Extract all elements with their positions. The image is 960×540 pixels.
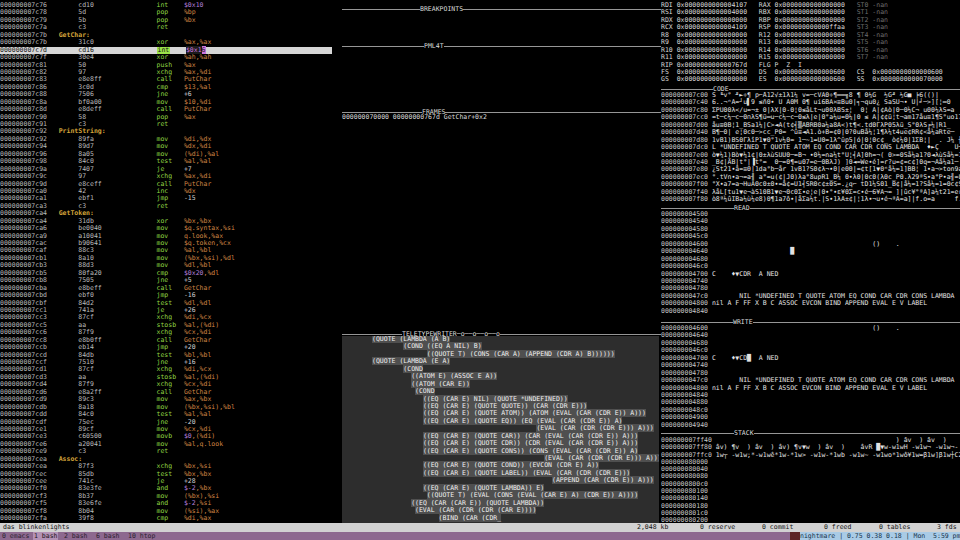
frames-pane[interactable]: 000000070000 00000000767d GetChar+0x2 (342, 114, 661, 121)
memory-address: 000000004940 (661, 421, 712, 429)
breakpoints-title: BREAKPOINTS (420, 6, 463, 14)
divider (661, 433, 960, 434)
disasm-bytes: 5d (78, 9, 156, 16)
tmux-window-10-htop[interactable]: 10 htop (128, 532, 155, 540)
memory-address: 000000007f80 (661, 195, 712, 203)
disasm-bytes: e8deff (78, 106, 156, 113)
status-stat: 0 reserve (700, 523, 735, 532)
memory-address: 000000004840 (661, 307, 712, 315)
tty-text: (COND (415, 387, 435, 395)
divider (661, 322, 960, 323)
disasm-mnemonic: cmp (157, 515, 184, 522)
tmux-window-1-bash[interactable]: 1 bash (33, 532, 58, 540)
disasm-bytes: e8ceff (78, 181, 156, 188)
tmux-window-2-bash[interactable]: 2 bash (64, 532, 87, 540)
status-stat: 0 commit (762, 523, 793, 532)
disasm-operand: %ax (184, 113, 196, 121)
tty-text: ((ATOM E) (ASSOC E A)) (411, 372, 497, 380)
write-row: 000000004940 (661, 422, 960, 429)
divider (342, 9, 661, 10)
disasm-row: 000000007cbf84d2test%dl,%dl (0, 300, 332, 307)
divider (661, 208, 960, 209)
disasm-operand: ,%dl (204, 269, 220, 277)
read-memory-pane[interactable]: 000000004500 000000004540 000000004580 0… (661, 211, 960, 317)
disasm-bytes: 58 (78, 114, 156, 121)
memory-address: 000000080200 (661, 516, 712, 523)
tty-text: ((EQ (CAR E) (QUOTE CDR)) (CDR (EVAL (CA… (423, 439, 638, 447)
status-bar: das blinkenlights 2,048 kb0 reserve0 com… (0, 523, 960, 532)
registers-pane: RDI 0x0000000000004107 RAX 0x00000000000… (661, 2, 960, 84)
disasm-bytes: cd10 (78, 2, 156, 9)
stack-memory-pane[interactable]: 000000007ff40 ) âv ) âv )000000007ff80 â… (661, 437, 960, 523)
disasm-operand: %ax,%ax (184, 38, 211, 46)
disasm-row: 000000007cfa39f8cmp%di,%ax (0, 515, 332, 522)
memory-content: █ (712, 247, 794, 255)
divider (342, 46, 661, 47)
disasm-address: 000000007cfa (0, 515, 78, 522)
disasm-bytes: c3 (78, 24, 156, 31)
register-row: GS 0x0000000000000000 ES 0x0000000000000… (661, 76, 960, 83)
disasm-bytes: c3 (78, 448, 156, 455)
register-field: GS 0x0000000000000000 (661, 75, 759, 83)
tmux-window-0-emacs[interactable]: 0 emacs (2, 532, 29, 540)
tty-text: (EVAL (CAR (CDR (CDR (CAR E)))) (415, 506, 536, 514)
disasm-bytes: 50 (78, 62, 156, 69)
disassembly-pane[interactable]: 000000007c76cd10int$0x10000000007c785dpo… (0, 2, 332, 523)
frame-row: 000000070000 00000000767d GetChar+0x2 (342, 114, 661, 121)
status-stat: 0 freed (824, 523, 851, 532)
disasm-row: 000000007c9884c0test%al,%al (0, 158, 332, 165)
tmux-host-load-clock: nightmare | 0.75 0.38 0.18 | Mon 5:59 pm (800, 532, 960, 540)
disasm-row: 000000007c91c3ret (0, 121, 332, 128)
memory-content: () . (712, 325, 900, 332)
code-memory-pane[interactable]: 000000007c00 S ╙v° ╜►÷¶ p⌐Å12√±1λ1¼ v≈─c… (661, 92, 960, 204)
app-title: das blinkenlights (3, 523, 70, 532)
divider (342, 334, 661, 335)
disasm-bytes: 87cf (78, 366, 156, 373)
tty-text: (BIND (CAR (CDR_ (439, 514, 502, 522)
tmux-separator-block (790, 532, 800, 540)
disasm-mnemonic: ret (157, 203, 184, 210)
disasm-mnemonic: ret (157, 121, 184, 128)
memory-content: 1w┬ -w1w;*-w1wê*1w-*1w> -w1w-*1wb -w1w~ … (716, 451, 960, 459)
disasm-operand: -15 (184, 194, 196, 202)
status-stat: 0 tables (879, 523, 910, 532)
register-field: ES 0x0000000000000600 (759, 75, 857, 83)
memory-content: C ♦▼CDR A NED (712, 270, 779, 278)
tmux-status-bar: nightmare | 0.75 0.38 0.18 | Mon 5:59 pm… (0, 532, 960, 540)
breakpoints-header: BREAKPOINTS (342, 6, 661, 14)
disasm-operand: %al,q.look (184, 440, 223, 448)
memory-content: C ♦▼CD█ A NED (712, 354, 779, 362)
tty-text: (APPEND (CAR (CDR E)) A))) (552, 476, 654, 484)
disasm-bytes: 39f8 (78, 515, 156, 522)
divider (661, 89, 960, 90)
tty-text: ((QUOTE T) (EVAL (CONS (EVAL (CAR E) A) … (427, 491, 638, 499)
read-row: 000000004840 (661, 308, 960, 315)
disasm-operand: %bx (184, 16, 196, 24)
status-stat: 2,048 kb (637, 523, 668, 532)
disasm-row: 000000007ce9c3ret (0, 448, 332, 455)
teletypewriter-pane[interactable]: (QUOTE (LAMBDA (A B) (COND ((EQ A NIL) B… (342, 336, 659, 523)
disasm-bytes: 30e4 (78, 54, 156, 61)
disasm-mnemonic: ret (157, 24, 184, 31)
disasm-bytes: ebf1 (78, 195, 156, 202)
disasm-row: 000000007c7ac3ret (0, 24, 332, 31)
disasm-row: 000000007ca3c3ret (0, 203, 332, 210)
disasm-operand: %di,%ax (184, 514, 211, 522)
code-row: 000000007f80 ò8ª¼ûIBa¼ù¼e8)0¶1a7ô∙|åΣa¼t… (661, 196, 960, 203)
disasm-bytes: 5b (78, 17, 156, 24)
disasm-row: 000000007cec85dbtest%bx,%bx (0, 471, 332, 478)
disasm-bytes: 7407 (78, 166, 156, 173)
disasm-bytes: 87cf (78, 314, 156, 321)
disasm-mnemonic: ret (157, 448, 184, 455)
memory-content: nil A F FF X B C ASSOC EVCON BIND APPEND… (712, 299, 927, 307)
write-memory-pane[interactable]: 000000004600 () .000000004640 0000000046… (661, 325, 960, 429)
register-field: SS 0x0000000000070000 (857, 75, 943, 83)
tty-text: ((QUOTE T) (CONS (CAR A) (APPEND (CDR A)… (427, 350, 615, 358)
tty-line: (BIND (CAR (CDR_ (372, 515, 659, 522)
tmux-window-6-bash[interactable]: 6 bash (96, 532, 119, 540)
pml4t-header: PML4T (342, 43, 661, 51)
register-field: ST7 -nan (857, 53, 888, 61)
disasm-bytes: a20041 (78, 441, 156, 448)
memory-content: nil A F FF X B C ASSOC EVCON BIND APPEND… (712, 384, 927, 392)
status-stat: 3 fds (937, 523, 957, 532)
